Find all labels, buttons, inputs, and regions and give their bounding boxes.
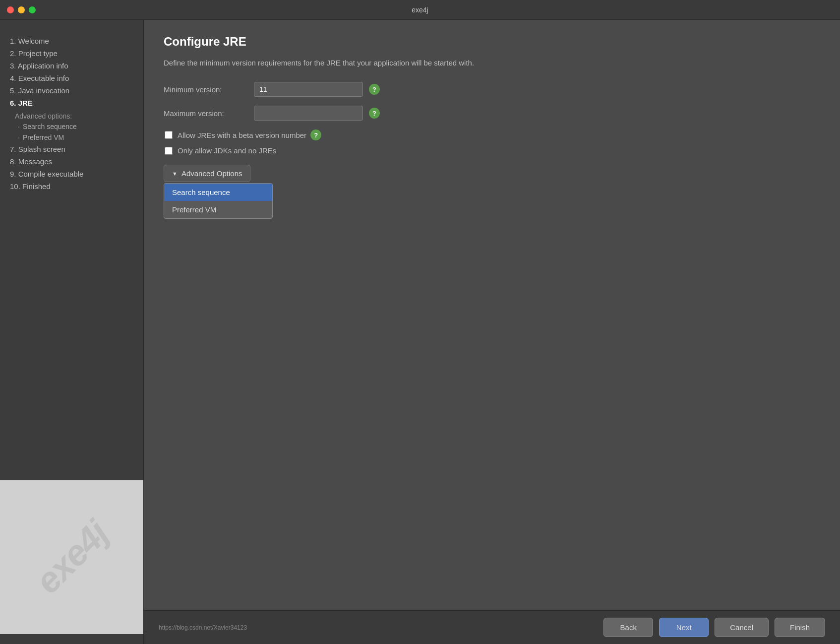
sidebar-logo-area: exe4j <box>0 480 143 634</box>
minimum-version-row: Minimum version: ? <box>164 82 820 97</box>
sidebar: 1. Welcome 2. Project type 3. Applicatio… <box>0 20 144 644</box>
back-button[interactable]: Back <box>603 618 653 637</box>
advanced-options-dropdown: Search sequence Preferred VM <box>164 183 273 219</box>
minimum-version-input[interactable] <box>254 82 363 97</box>
finish-button[interactable]: Finish <box>775 618 825 637</box>
minimize-button[interactable] <box>18 6 25 13</box>
advanced-options-button[interactable]: ▼ Advanced Options <box>164 165 250 182</box>
beta-checkbox-label: Allow JREs with a beta version number ? <box>178 129 321 140</box>
sidebar-logo: exe4j <box>27 513 116 601</box>
sidebar-item-welcome[interactable]: 1. Welcome <box>0 35 143 47</box>
advanced-options-header: Advanced options: <box>0 109 143 121</box>
cancel-button[interactable]: Cancel <box>715 618 769 637</box>
beta-help-icon[interactable]: ? <box>310 129 321 140</box>
dropdown-item-search-sequence[interactable]: Search sequence <box>164 184 272 201</box>
sidebar-item-java-invocation[interactable]: 5. Java invocation <box>0 84 143 97</box>
titlebar: exe4j <box>0 0 840 20</box>
sidebar-nav: 1. Welcome 2. Project type 3. Applicatio… <box>0 30 143 480</box>
minimum-version-label: Minimum version: <box>164 85 248 94</box>
content-area: Configure JRE Define the minimum version… <box>144 20 840 610</box>
page-description: Define the minimum version requirements … <box>164 58 820 68</box>
close-button[interactable] <box>7 6 14 13</box>
sidebar-item-project-type[interactable]: 2. Project type <box>0 47 143 60</box>
footer-url: https://blog.csdn.net/Xavier34123 <box>159 624 247 631</box>
sidebar-item-application-info[interactable]: 3. Application info <box>0 60 143 72</box>
sidebar-sub-item-search-sequence[interactable]: Search sequence <box>0 121 143 132</box>
page-title: Configure JRE <box>164 35 820 49</box>
app-container: 1. Welcome 2. Project type 3. Applicatio… <box>0 20 840 644</box>
dropdown-arrow-icon: ▼ <box>172 171 178 177</box>
sidebar-item-executable-info[interactable]: 4. Executable info <box>0 72 143 84</box>
maximum-version-row: Maximum version: ? <box>164 106 820 121</box>
maximize-button[interactable] <box>29 6 36 13</box>
main-content: Configure JRE Define the minimum version… <box>144 20 840 644</box>
next-button[interactable]: Next <box>659 618 709 637</box>
traffic-lights <box>7 6 36 13</box>
maximum-version-label: Maximum version: <box>164 109 248 118</box>
sidebar-item-compile-executable[interactable]: 9. Compile executable <box>0 168 143 180</box>
window-title: exe4j <box>412 6 428 14</box>
sidebar-item-splash-screen[interactable]: 7. Splash screen <box>0 143 143 155</box>
maximum-version-help-icon[interactable]: ? <box>369 108 380 119</box>
jdk-checkbox-label: Only allow JDKs and no JREs <box>178 146 276 155</box>
maximum-version-input[interactable] <box>254 106 363 121</box>
sidebar-sub-item-preferred-vm[interactable]: Preferred VM <box>0 132 143 143</box>
beta-checkbox-row: Allow JREs with a beta version number ? <box>164 129 820 140</box>
dropdown-item-preferred-vm[interactable]: Preferred VM <box>164 201 272 218</box>
minimum-version-help-icon[interactable]: ? <box>369 84 380 95</box>
beta-checkbox[interactable] <box>165 131 173 139</box>
sidebar-item-finished[interactable]: 10. Finished <box>0 180 143 193</box>
sidebar-item-messages[interactable]: 8. Messages <box>0 155 143 168</box>
jdk-checkbox-row: Only allow JDKs and no JREs <box>164 146 820 155</box>
bottom-bar: https://blog.csdn.net/Xavier34123 Back N… <box>144 610 840 644</box>
jdk-checkbox[interactable] <box>165 147 173 155</box>
advanced-options-label: Advanced Options <box>181 169 242 178</box>
sidebar-item-jre[interactable]: 6. JRE <box>0 97 143 109</box>
advanced-options-container: ▼ Advanced Options Search sequence Prefe… <box>164 165 820 182</box>
